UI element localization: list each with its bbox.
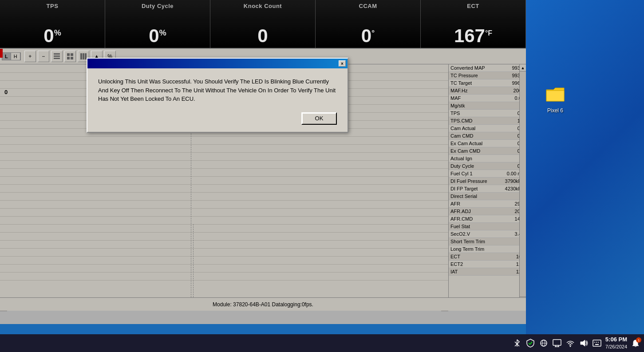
modal-ok-button[interactable]: OK [301,112,337,125]
taskbar-time-display: 5:06 PM [605,336,627,344]
modal-close-button[interactable]: × [339,60,346,67]
modal-message: Unlocking This Unit Was Successful. You … [98,77,337,103]
input-icon[interactable] [592,338,602,348]
modal-body: Unlocking This Unit Was Successful. You … [87,68,348,132]
display-icon[interactable] [552,338,562,348]
taskbar: 5:06 PM 7/26/2024 1 [0,334,644,352]
taskbar-system-tray: 5:06 PM 7/26/2024 1 [512,336,640,350]
svg-point-17 [569,346,571,347]
volume-icon[interactable] [579,338,589,348]
app-window: TPS 0% Duty Cycle 0% Knock Count 0 CCAM … [0,0,526,324]
wifi-icon[interactable] [565,338,575,348]
modal-buttons: OK [98,112,337,125]
desktop-area: Pixel 6 [526,0,644,334]
desktop-icon-label: Pixel 6 [547,107,563,114]
pixel6-icon [545,84,566,106]
bluetooth-icon[interactable] [512,338,522,348]
modal-dialog: × Unlocking This Unit Was Successful. Yo… [87,58,348,133]
svg-marker-18 [581,340,585,346]
notification-badge: 1 [636,337,641,343]
desktop-icon-pixel6[interactable]: Pixel 6 [537,84,573,114]
network-icon[interactable] [539,338,549,348]
svg-rect-19 [593,340,601,346]
notification-icon[interactable]: 1 [631,338,640,348]
folder-svg [545,84,566,106]
modal-overlay: × Unlocking This Unit Was Successful. Yo… [0,0,526,324]
modal-titlebar: × [87,59,348,68]
taskbar-date-display: 7/26/2024 [605,344,627,350]
security-icon[interactable] [525,338,535,348]
svg-rect-13 [553,340,561,345]
taskbar-clock[interactable]: 5:06 PM 7/26/2024 [605,336,627,350]
